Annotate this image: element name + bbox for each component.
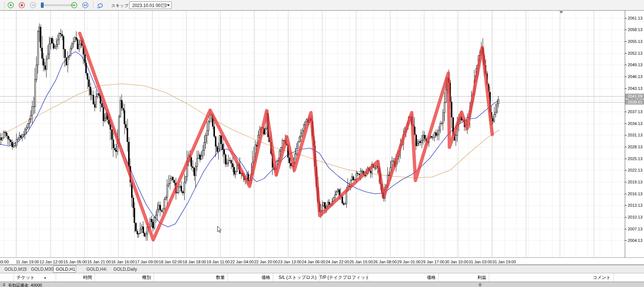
fast-forward-button[interactable] [71,2,78,9]
rewind-icon [30,2,36,9]
column-empty [0,273,14,281]
play-button[interactable] [7,2,14,9]
chart-tabs-bar: GOLD,M15 GOLD,M30 GOLD,H1 GOLD,H4 GOLD,D… [0,265,644,273]
skip-to-end-icon [82,2,89,9]
speed-slider-track[interactable] [41,4,72,6]
date-dropdown-caret[interactable] [167,4,170,6]
speed-slider-handle[interactable] [41,3,44,8]
balance-fragment: : 0 [1,283,5,287]
tester-toolbar: スキップ 2023.10.01 00:00 [0,0,644,10]
skip-label: スキップ [111,3,129,9]
trading-app-window: { "toolbar": { "skip_label": "スキップ", "da… [0,0,644,287]
stop-button[interactable] [18,2,25,9]
column-stoploss[interactable]: S/L (ストップロス) [273,273,319,281]
toolbar-grip [4,1,5,9]
play-icon [7,2,14,9]
tab-gold-daily[interactable]: GOLD,Daily [109,266,141,272]
fast-forward-icon [71,2,78,9]
stop-icon [18,2,25,9]
column-takeprofit[interactable]: T/P (テイクプロフィット) [319,273,368,281]
price-chart-canvas[interactable] [0,10,644,265]
tab-separator [106,267,107,271]
equity-label: 有効証拠金: 40000 [8,283,42,287]
column-price-open[interactable]: 価格 [228,273,273,281]
profit-total: 0 [439,283,481,287]
column-profit[interactable]: 利益 [439,273,489,281]
calendar-icon[interactable] [161,3,165,7]
date-input[interactable]: 2023.10.01 00:00 [129,1,172,9]
rewind-button[interactable] [30,2,36,9]
tab-separator [24,267,25,271]
tab-gold-h1[interactable]: GOLD,H1 [53,266,76,273]
account-status-bar: : 0 有効証拠金: 40000 0 [0,282,644,287]
column-comment[interactable]: コメント [489,273,614,281]
cycle-arrows-icon [96,2,105,9]
column-time[interactable]: 時間 [56,273,95,281]
sort-asc-icon: ▲ [44,276,47,279]
column-price-close[interactable]: 価格 [368,273,439,281]
orders-table-header: チケット▲ 時間 種別 数量 価格 S/L (ストップロス) T/P (テイクプ… [0,273,644,282]
toolbar-separator [93,1,93,9]
skip-mode-button[interactable] [96,2,105,9]
skip-to-end-button[interactable] [82,2,89,9]
column-type[interactable]: 種別 [95,273,154,281]
column-ticket[interactable]: チケット▲ [14,273,56,281]
column-volume[interactable]: 数量 [154,273,228,281]
